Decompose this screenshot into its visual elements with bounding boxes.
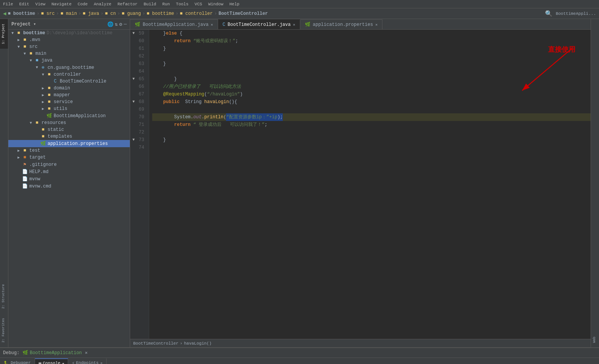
code-line-62 bbox=[152, 52, 591, 60]
tree-label-main: main bbox=[35, 51, 46, 56]
line-numbers: ▼59 60 61 62 63 64 ▼65 66 67 ▼68 69 70 7… bbox=[130, 30, 149, 339]
tab-close-2[interactable]: ✕ bbox=[293, 22, 295, 27]
tree-item-utils[interactable]: ▶ ■ utils bbox=[8, 105, 130, 112]
menu-vcs[interactable]: VCS bbox=[194, 2, 202, 6]
breadcrumb-file[interactable]: BootTimeController bbox=[218, 11, 268, 16]
panel-icon-globe[interactable]: 🌐 bbox=[107, 21, 113, 27]
tree-item-gitignore[interactable]: ⚑ .gitignore bbox=[8, 161, 130, 168]
code-content[interactable]: }else { return “账号或密码错误！”; } } bbox=[149, 30, 591, 339]
tree-item-static[interactable]: ■ static bbox=[8, 126, 130, 133]
bottom-tab-endpoints[interactable]: ⚡ Endpoints ⇥ bbox=[68, 358, 106, 364]
menu-refactor[interactable]: Refactor bbox=[118, 2, 138, 6]
bottom-tab-debugger[interactable]: 🐛 Debugger bbox=[0, 358, 35, 364]
ln-68: ▼68 bbox=[133, 98, 146, 106]
menu-run[interactable]: Run bbox=[162, 2, 170, 6]
tree-label-root: boottime bbox=[23, 30, 45, 36]
tab-boottime-ctrl[interactable]: C BootTimeController.java ✕ bbox=[218, 19, 300, 29]
sep2: › bbox=[56, 11, 59, 16]
tree-item-help[interactable]: 📄 HELP.md bbox=[8, 168, 130, 175]
tree-item-app-props[interactable]: 🌿 application.properties bbox=[8, 140, 130, 147]
menu-build[interactable]: Build bbox=[143, 2, 156, 6]
breadcrumb-java[interactable]: ■ java bbox=[83, 11, 99, 16]
code-line-73: } bbox=[152, 136, 591, 144]
breadcrumb-ctrl[interactable]: BootTimeController bbox=[133, 341, 178, 346]
tree-item-mapper[interactable]: ▶ ■ mapper bbox=[8, 92, 130, 99]
folder-icon-static: ■ bbox=[40, 127, 46, 132]
tab-label-3: application.properties bbox=[313, 22, 373, 27]
breadcrumb-main[interactable]: ■ main bbox=[61, 11, 77, 16]
tree-item-test[interactable]: ▶ ■ test bbox=[8, 147, 130, 154]
tab-boottime-app[interactable]: 🌿 BoottimeApplication.java ✕ bbox=[130, 19, 218, 29]
menu-file[interactable]: File bbox=[3, 2, 13, 6]
tree-item-templates[interactable]: ■ templates bbox=[8, 133, 130, 140]
ln-64: 64 bbox=[133, 68, 146, 75]
tree-item-pkg[interactable]: ▼ ⊕ cn.guang.boottime bbox=[8, 64, 130, 71]
menu-window[interactable]: Window bbox=[208, 2, 223, 6]
tree-item-root[interactable]: ▼ ■ boottime D:\develop\idea\boottime bbox=[8, 30, 130, 37]
menu-code[interactable]: Code bbox=[78, 2, 88, 6]
tab-label-1: BoottimeApplication.java bbox=[143, 22, 209, 27]
right-tab-web[interactable]: Web bbox=[591, 332, 599, 347]
right-sidebar-tabs: Web bbox=[591, 19, 599, 347]
ln-66: 66 bbox=[133, 83, 146, 91]
tree-item-java[interactable]: ▼ ■ java bbox=[8, 57, 130, 64]
mvnw-cmd-icon: 📄 bbox=[21, 183, 28, 189]
breadcrumb-boottime[interactable]: ■ boottime bbox=[8, 11, 35, 16]
tree-path-root: D:\develop\idea\boottime bbox=[47, 30, 113, 36]
lightbulb-icon[interactable]: 💡 bbox=[149, 113, 150, 121]
tree-item-domain[interactable]: ▶ ■ domain bbox=[8, 85, 130, 92]
arrow-mapper: ▶ bbox=[40, 93, 46, 97]
tree-item-resources[interactable]: ▼ ■ resources bbox=[8, 119, 130, 126]
panel-icon-minimize[interactable]: — bbox=[124, 21, 127, 27]
tree-label-service: service bbox=[54, 99, 73, 105]
tree-item-src[interactable]: ▼ ■ src bbox=[8, 43, 130, 50]
nav-icon-back[interactable]: ◀ bbox=[3, 10, 6, 17]
sidebar-tab-structure[interactable]: 2: Structure bbox=[0, 280, 8, 313]
tree-item-boottime-ctrl[interactable]: C BootTimeControlle bbox=[8, 78, 130, 85]
breadcrumb-controller[interactable]: ■ controller bbox=[180, 11, 213, 16]
code-line-70[interactable]: 💡 System.out.println(“配置资源参数ip：”+ip); bbox=[152, 113, 591, 121]
tree-item-mvn[interactable]: ▶ ■ .mvn bbox=[8, 37, 130, 43]
console-label: Console bbox=[43, 361, 60, 364]
breadcrumb-cn[interactable]: ■ cn bbox=[105, 11, 116, 16]
panel-icon-split[interactable]: ⇅ bbox=[115, 21, 118, 27]
arrow-utils: ▶ bbox=[40, 106, 46, 111]
bottom-tab-console[interactable]: ▤ Console ⇥ bbox=[35, 358, 68, 364]
arrow-target: ▶ bbox=[16, 155, 21, 160]
breadcrumb-src[interactable]: ■ src bbox=[41, 11, 55, 16]
tree-label-app-props: application.properties bbox=[48, 141, 108, 146]
code-line-71: return “ 登录成功后 可以访问我了！”; bbox=[152, 121, 591, 129]
tab-close-1[interactable]: ✕ bbox=[211, 22, 213, 27]
nav-search-icon[interactable]: 🔍 bbox=[545, 10, 553, 17]
sep6: › bbox=[142, 11, 145, 16]
tree-item-main[interactable]: ▼ ■ main bbox=[8, 50, 130, 57]
tree-item-boottime-app[interactable]: 🌿 BoottimeApplication bbox=[8, 112, 130, 119]
tree-item-service[interactable]: ▶ ■ service bbox=[8, 99, 130, 105]
tab-app-props[interactable]: 🌿 application.properties ✕ bbox=[300, 19, 382, 29]
sidebar-tab-project[interactable]: 1: Project bbox=[0, 19, 8, 49]
tab-close-3[interactable]: ✕ bbox=[375, 22, 378, 27]
menu-help[interactable]: Help bbox=[229, 2, 239, 6]
debug-close-btn[interactable]: ✕ bbox=[85, 350, 88, 356]
tree-item-mvnw[interactable]: 📄 mvnw bbox=[8, 175, 130, 183]
menu-navigate[interactable]: Navigate bbox=[51, 2, 72, 6]
sep3: › bbox=[78, 11, 81, 16]
tree-item-target[interactable]: ▶ ■ target bbox=[8, 154, 130, 161]
menu-view[interactable]: View bbox=[35, 2, 45, 6]
tree-label-utils: utils bbox=[54, 106, 67, 111]
spring-icon-props: 🌿 bbox=[40, 141, 46, 146]
nav-app-label: BoottimeAppli... bbox=[556, 11, 596, 16]
tree-item-controller[interactable]: ▼ ■ controller bbox=[8, 71, 130, 78]
sep4: › bbox=[101, 11, 104, 16]
menu-analyze[interactable]: Analyze bbox=[94, 2, 111, 6]
tree-label-resources: resources bbox=[41, 120, 66, 126]
breadcrumb-method[interactable]: havaLogin() bbox=[184, 341, 212, 346]
debug-spring-icon: 🌿 bbox=[22, 350, 28, 356]
menu-tools[interactable]: Tools bbox=[176, 2, 188, 6]
menu-edit[interactable]: Edit bbox=[19, 2, 29, 6]
tree-item-mvnw-cmd[interactable]: 📄 mvnw.cmd bbox=[8, 183, 130, 190]
sidebar-tab-favorites[interactable]: 2: Favorites bbox=[0, 313, 8, 347]
breadcrumb-guang[interactable]: ■ guang bbox=[122, 11, 141, 16]
panel-icon-gear[interactable]: ⚙ bbox=[119, 21, 122, 27]
breadcrumb-boottime2[interactable]: ■ boottime bbox=[147, 11, 174, 16]
